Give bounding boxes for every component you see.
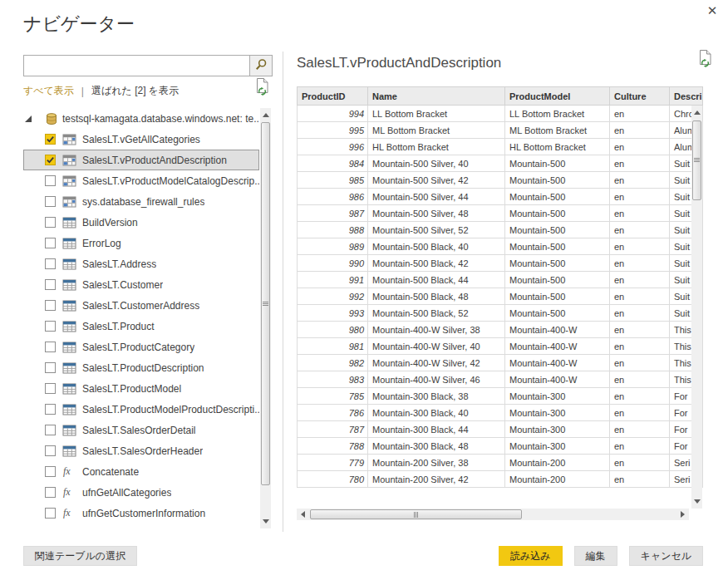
tree-item-saleslt-address[interactable]: SalesLT.Address [23,253,259,274]
preview-scroll-up-icon[interactable] [691,107,702,118]
cell-productid: 980 [298,322,368,338]
show-selected-link[interactable]: 選ばれた [2] を表示 [91,84,179,98]
table-icon [62,279,76,291]
item-checkbox[interactable] [45,175,56,186]
table-icon [62,300,76,312]
tree-item-label: SalesLT.ProductModelProductDescripti... [82,404,259,415]
cell-name: Mountain-300 Black, 38 [368,388,505,405]
tree-item-saleslt-productmodel[interactable]: SalesLT.ProductModel [23,378,259,399]
cell-productid: 992 [298,288,368,305]
cell-productid: 990 [298,255,368,272]
item-checkbox[interactable] [45,404,56,415]
edit-button[interactable]: 編集 [574,546,617,566]
item-checkbox[interactable] [45,342,56,352]
tree-scroll-up-icon[interactable] [260,110,271,120]
cell-culture: en [610,338,670,355]
cell-productid: 788 [298,438,368,455]
table-row: 779Mountain-200 Silver, 38Mountain-200en… [298,455,703,471]
search-input[interactable] [24,56,249,76]
cell-culture: en [610,455,670,471]
column-header-productmodel: ProductModel [505,87,610,106]
tree-item-saleslt-vproductmodelcatalogdescrip-[interactable]: SalesLT.vProductModelCatalogDescrip... [23,170,259,191]
tree-item-saleslt-product[interactable]: SalesLT.Product [23,316,259,337]
tree-item-label: SalesLT.SalesOrderDetail [82,425,196,436]
item-checkbox[interactable] [45,383,56,394]
cell-productmodel: Mountain-400-W [505,355,610,371]
table-icon [62,445,76,457]
item-checkbox[interactable] [45,196,56,207]
item-checkbox[interactable] [45,362,56,373]
load-button[interactable]: 読み込み [499,546,563,566]
item-checkbox[interactable] [45,279,56,290]
preview-vscrollbar[interactable] [691,106,702,509]
tree-item-saleslt-customeraddress[interactable]: SalesLT.CustomerAddress [23,295,259,316]
filter-bar: すべて表示 | 選ばれた [2] を表示 [23,84,252,98]
tree-server-node[interactable]: testsql-kamagata.database.windows.net: t… [23,108,259,129]
item-checkbox[interactable] [45,445,56,456]
item-checkbox[interactable] [45,155,56,165]
item-checkbox[interactable] [45,487,56,498]
item-checkbox[interactable] [45,134,56,145]
select-related-tables-button[interactable]: 関連テーブルの選択 [23,546,137,566]
preview-vscrollbar-thumb[interactable] [692,120,701,200]
table-row: 780Mountain-200 Silver, 42Mountain-200en… [298,471,703,488]
cell-productid: 991 [298,272,368,288]
refresh-preview-icon[interactable] [697,49,713,72]
tree-item-ufngetallcategories[interactable]: fxufnGetAllCategories [23,482,259,503]
table-row: 984Mountain-500 Silver, 40Mountain-500en… [298,155,703,172]
cell-productmodel: Mountain-300 [505,421,610,438]
search-button[interactable] [249,56,272,76]
tree-item-saleslt-productdescription[interactable]: SalesLT.ProductDescription [23,357,259,378]
pane-divider [283,52,283,532]
table-icon [62,238,76,249]
tree-item-saleslt-salesorderdetail[interactable]: SalesLT.SalesOrderDetail [23,420,259,440]
refresh-list-icon[interactable] [254,77,270,101]
cell-culture: en [610,139,670,155]
expander-icon[interactable] [25,116,32,122]
item-checkbox[interactable] [45,508,56,519]
tree-item-saleslt-productmodelproductdescripti-[interactable]: SalesLT.ProductModelProductDescripti... [23,399,259,420]
tree-item-buildversion[interactable]: BuildVersion [23,212,259,233]
cell-name: Mountain-200 Silver, 38 [368,455,505,471]
cell-productmodel: Mountain-500 [505,222,610,238]
tree-item-errorlog[interactable]: ErrorLog [23,233,259,253]
tree-item-saleslt-vgetallcategories[interactable]: SalesLT.vGetAllCategories [23,129,259,150]
function-icon: fx [63,507,76,519]
view-icon [62,134,76,145]
preview-scroll-down-icon[interactable] [691,496,702,507]
close-icon[interactable]: ✕ [703,2,721,20]
tree-item-ufngetcustomerinformation[interactable]: fxufnGetCustomerInformation [23,503,259,523]
cell-productid: 779 [298,455,368,471]
tree-item-saleslt-salesorderheader[interactable]: SalesLT.SalesOrderHeader [23,440,259,461]
tree-item-saleslt-customer[interactable]: SalesLT.Customer [23,274,259,295]
item-checkbox[interactable] [45,238,56,248]
preview-hscrollbar-thumb[interactable] [310,509,522,519]
cell-productid: 786 [298,405,368,421]
cell-productid: 993 [298,305,368,322]
table-row: 990Mountain-500 Black, 42Mountain-500enS… [298,255,703,272]
tree-scroll-down-icon[interactable] [260,516,271,527]
cell-culture: en [610,238,670,255]
tree-item-sys-database-firewall-rules[interactable]: sys.database_firewall_rules [23,191,259,212]
tree-scrollbar[interactable] [260,108,271,528]
item-checkbox[interactable] [45,258,56,269]
search-icon [255,58,268,74]
item-checkbox[interactable] [45,321,56,332]
cancel-button[interactable]: キャンセル [629,546,703,566]
tree-item-saleslt-vproductanddescription[interactable]: SalesLT.vProductAndDescription [23,150,259,170]
tree-item-concatenate[interactable]: fxConcatenate [23,461,259,482]
item-checkbox[interactable] [45,300,56,311]
show-all-link[interactable]: すべて表示 [23,84,74,98]
preview-scroll-left-icon[interactable] [298,509,308,520]
preview-scroll-right-icon[interactable] [677,509,688,520]
tree-item-label: SalesLT.Customer [82,279,163,291]
cell-culture: en [610,438,670,455]
item-checkbox[interactable] [45,466,56,477]
cell-productmodel: Mountain-300 [505,405,610,421]
item-checkbox[interactable] [45,217,56,228]
preview-hscrollbar[interactable] [297,509,689,520]
cell-productmodel: Mountain-500 [505,272,610,288]
item-checkbox[interactable] [45,425,56,435]
tree-item-saleslt-productcategory[interactable]: SalesLT.ProductCategory [23,337,259,357]
tree-scrollbar-thumb[interactable] [261,122,270,485]
